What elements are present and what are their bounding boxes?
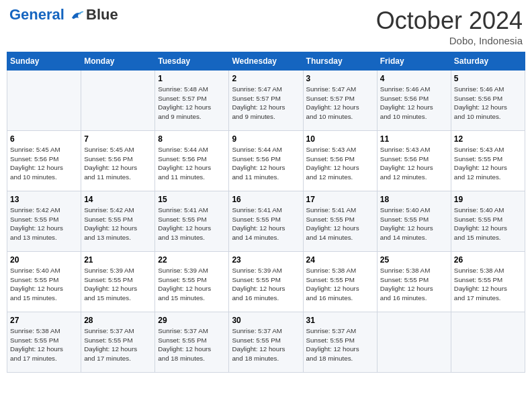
calendar-cell — [81, 71, 155, 131]
calendar-cell: 15Sunrise: 5:41 AM Sunset: 5:55 PM Dayli… — [155, 191, 229, 252]
calendar-cell: 4Sunrise: 5:46 AM Sunset: 5:56 PM Daylig… — [377, 71, 451, 131]
day-info: Sunrise: 5:47 AM Sunset: 5:57 PM Dayligh… — [306, 85, 374, 122]
calendar-cell: 25Sunrise: 5:38 AM Sunset: 5:55 PM Dayli… — [377, 252, 451, 312]
calendar-table: SundayMondayTuesdayWednesdayThursdayFrid… — [7, 52, 525, 373]
calendar-cell: 2Sunrise: 5:47 AM Sunset: 5:57 PM Daylig… — [229, 71, 303, 131]
day-info: Sunrise: 5:42 AM Sunset: 5:55 PM Dayligh… — [10, 205, 78, 242]
day-info: Sunrise: 5:39 AM Sunset: 5:55 PM Dayligh… — [232, 266, 300, 303]
calendar-cell: 27Sunrise: 5:38 AM Sunset: 5:55 PM Dayli… — [7, 312, 81, 373]
title-block: October 2024 Dobo, Indonesia — [376, 7, 523, 46]
month-title: October 2024 — [376, 7, 523, 35]
day-info: Sunrise: 5:43 AM Sunset: 5:55 PM Dayligh… — [454, 145, 522, 182]
calendar-cell: 9Sunrise: 5:44 AM Sunset: 5:56 PM Daylig… — [229, 131, 303, 191]
day-number: 25 — [380, 255, 448, 265]
calendar-cell: 12Sunrise: 5:43 AM Sunset: 5:55 PM Dayli… — [451, 131, 525, 191]
day-number: 4 — [380, 74, 448, 83]
day-info: Sunrise: 5:44 AM Sunset: 5:56 PM Dayligh… — [158, 145, 226, 182]
day-number: 20 — [10, 255, 78, 265]
day-info: Sunrise: 5:40 AM Sunset: 5:55 PM Dayligh… — [380, 205, 448, 242]
day-number: 29 — [158, 316, 226, 325]
day-number: 16 — [232, 195, 300, 204]
day-info: Sunrise: 5:45 AM Sunset: 5:56 PM Dayligh… — [84, 145, 152, 182]
calendar-cell — [377, 312, 451, 373]
calendar-cell: 1Sunrise: 5:48 AM Sunset: 5:57 PM Daylig… — [155, 71, 229, 131]
header-day-monday: Monday — [81, 52, 155, 71]
day-info: Sunrise: 5:47 AM Sunset: 5:57 PM Dayligh… — [232, 85, 300, 122]
day-info: Sunrise: 5:38 AM Sunset: 5:55 PM Dayligh… — [10, 326, 78, 363]
day-info: Sunrise: 5:38 AM Sunset: 5:55 PM Dayligh… — [306, 266, 374, 303]
header-day-friday: Friday — [377, 52, 451, 71]
calendar-cell: 14Sunrise: 5:42 AM Sunset: 5:55 PM Dayli… — [81, 191, 155, 252]
calendar-week-5: 27Sunrise: 5:38 AM Sunset: 5:55 PM Dayli… — [7, 312, 525, 373]
calendar-cell: 8Sunrise: 5:44 AM Sunset: 5:56 PM Daylig… — [155, 131, 229, 191]
calendar-cell: 24Sunrise: 5:38 AM Sunset: 5:55 PM Dayli… — [303, 252, 377, 312]
calendar-cell: 18Sunrise: 5:40 AM Sunset: 5:55 PM Dayli… — [377, 191, 451, 252]
logo: General Blue — [9, 7, 118, 23]
day-number: 31 — [306, 316, 374, 325]
calendar-cell: 3Sunrise: 5:47 AM Sunset: 5:57 PM Daylig… — [303, 71, 377, 131]
calendar-cell: 13Sunrise: 5:42 AM Sunset: 5:55 PM Dayli… — [7, 191, 81, 252]
day-number: 22 — [158, 255, 226, 265]
calendar-header-row: SundayMondayTuesdayWednesdayThursdayFrid… — [7, 52, 525, 71]
day-info: Sunrise: 5:45 AM Sunset: 5:56 PM Dayligh… — [10, 145, 78, 182]
day-info: Sunrise: 5:43 AM Sunset: 5:56 PM Dayligh… — [306, 145, 374, 182]
day-number: 10 — [306, 134, 374, 144]
location-subtitle: Dobo, Indonesia — [376, 35, 523, 46]
day-info: Sunrise: 5:46 AM Sunset: 5:56 PM Dayligh… — [454, 85, 522, 122]
day-info: Sunrise: 5:37 AM Sunset: 5:55 PM Dayligh… — [306, 326, 374, 363]
day-info: Sunrise: 5:40 AM Sunset: 5:55 PM Dayligh… — [454, 205, 522, 242]
logo-bird-icon — [70, 8, 85, 23]
calendar-cell: 23Sunrise: 5:39 AM Sunset: 5:55 PM Dayli… — [229, 252, 303, 312]
day-info: Sunrise: 5:41 AM Sunset: 5:55 PM Dayligh… — [306, 205, 374, 242]
calendar-cell: 17Sunrise: 5:41 AM Sunset: 5:55 PM Dayli… — [303, 191, 377, 252]
calendar-cell: 29Sunrise: 5:37 AM Sunset: 5:55 PM Dayli… — [155, 312, 229, 373]
day-info: Sunrise: 5:42 AM Sunset: 5:55 PM Dayligh… — [84, 205, 152, 242]
header-day-sunday: Sunday — [7, 52, 81, 71]
day-number: 5 — [454, 74, 522, 83]
calendar-week-3: 13Sunrise: 5:42 AM Sunset: 5:55 PM Dayli… — [7, 191, 525, 252]
day-number: 8 — [158, 134, 226, 144]
day-number: 23 — [232, 255, 300, 265]
calendar-cell: 11Sunrise: 5:43 AM Sunset: 5:56 PM Dayli… — [377, 131, 451, 191]
day-info: Sunrise: 5:41 AM Sunset: 5:55 PM Dayligh… — [158, 205, 226, 242]
day-number: 21 — [84, 255, 152, 265]
day-number: 30 — [232, 316, 300, 325]
calendar-cell: 20Sunrise: 5:40 AM Sunset: 5:55 PM Dayli… — [7, 252, 81, 312]
day-number: 7 — [84, 134, 152, 144]
day-info: Sunrise: 5:39 AM Sunset: 5:55 PM Dayligh… — [158, 266, 226, 303]
calendar-cell: 21Sunrise: 5:39 AM Sunset: 5:55 PM Dayli… — [81, 252, 155, 312]
calendar-cell — [7, 71, 81, 131]
calendar-cell: 5Sunrise: 5:46 AM Sunset: 5:56 PM Daylig… — [451, 71, 525, 131]
day-info: Sunrise: 5:37 AM Sunset: 5:55 PM Dayligh… — [84, 326, 152, 363]
day-number: 17 — [306, 195, 374, 204]
day-info: Sunrise: 5:44 AM Sunset: 5:56 PM Dayligh… — [232, 145, 300, 182]
header-day-wednesday: Wednesday — [229, 52, 303, 71]
day-number: 18 — [380, 195, 448, 204]
calendar-cell: 10Sunrise: 5:43 AM Sunset: 5:56 PM Dayli… — [303, 131, 377, 191]
calendar-cell: 7Sunrise: 5:45 AM Sunset: 5:56 PM Daylig… — [81, 131, 155, 191]
calendar-cell: 22Sunrise: 5:39 AM Sunset: 5:55 PM Dayli… — [155, 252, 229, 312]
day-info: Sunrise: 5:46 AM Sunset: 5:56 PM Dayligh… — [380, 85, 448, 122]
day-info: Sunrise: 5:40 AM Sunset: 5:55 PM Dayligh… — [10, 266, 78, 303]
day-info: Sunrise: 5:38 AM Sunset: 5:55 PM Dayligh… — [380, 266, 448, 303]
calendar-cell: 28Sunrise: 5:37 AM Sunset: 5:55 PM Dayli… — [81, 312, 155, 373]
header-day-saturday: Saturday — [451, 52, 525, 71]
calendar-cell: 16Sunrise: 5:41 AM Sunset: 5:55 PM Dayli… — [229, 191, 303, 252]
calendar-week-2: 6Sunrise: 5:45 AM Sunset: 5:56 PM Daylig… — [7, 131, 525, 191]
calendar-cell: 6Sunrise: 5:45 AM Sunset: 5:56 PM Daylig… — [7, 131, 81, 191]
logo-text: General — [9, 7, 85, 23]
header-day-thursday: Thursday — [303, 52, 377, 71]
calendar-cell: 31Sunrise: 5:37 AM Sunset: 5:55 PM Dayli… — [303, 312, 377, 373]
day-number: 12 — [454, 134, 522, 144]
calendar-cell — [451, 312, 525, 373]
calendar-cell: 30Sunrise: 5:37 AM Sunset: 5:55 PM Dayli… — [229, 312, 303, 373]
day-number: 24 — [306, 255, 374, 265]
day-number: 11 — [380, 134, 448, 144]
page-header: General Blue October 2024 Dobo, Indonesi… — [7, 7, 525, 46]
day-info: Sunrise: 5:39 AM Sunset: 5:55 PM Dayligh… — [84, 266, 152, 303]
day-info: Sunrise: 5:38 AM Sunset: 5:55 PM Dayligh… — [454, 266, 522, 303]
calendar-week-4: 20Sunrise: 5:40 AM Sunset: 5:55 PM Dayli… — [7, 252, 525, 312]
calendar-week-1: 1Sunrise: 5:48 AM Sunset: 5:57 PM Daylig… — [7, 71, 525, 131]
day-number: 19 — [454, 195, 522, 204]
day-number: 27 — [10, 316, 78, 325]
